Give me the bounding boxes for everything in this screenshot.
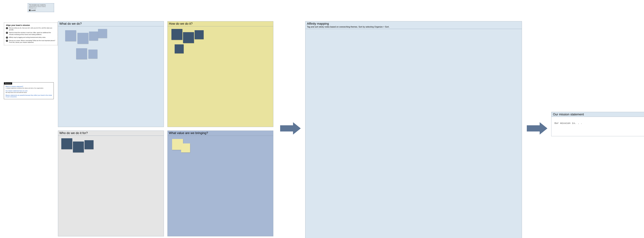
resource-subtext: A mission statement combines the values … [6, 87, 52, 89]
sticky-note[interactable] [76, 48, 87, 59]
sticky-note[interactable] [172, 29, 182, 40]
sticky-note[interactable] [89, 31, 98, 40]
quadrant-what-value[interactable]: What value are we bringing? [168, 131, 273, 236]
sticky-note[interactable] [73, 142, 84, 152]
affinity-mapping-panel[interactable]: Affinity mapping Tag and sort sticky not… [305, 21, 522, 238]
resource-link[interactable]: What is a mission statement? [6, 86, 52, 87]
step-number-icon: 3 [6, 36, 8, 39]
mission-title: Our mission statement [552, 112, 644, 117]
instruction-step: 2 Spend at least five minutes in each bo… [6, 32, 56, 35]
step-text: Discuss as a team: What is resonating? W… [9, 40, 56, 43]
instructions-title: Align your team's mission [6, 24, 56, 26]
step-text: Affinity map by tagging and sorting brai… [9, 36, 46, 38]
sticky-note[interactable] [98, 29, 107, 38]
affinity-title: Affinity mapping [307, 22, 520, 25]
resources-card: Resources What is a mission statement? A… [4, 82, 54, 99]
sticky-note[interactable] [88, 49, 97, 58]
quadrant-who-do-we-do-it-for[interactable]: Who do we do it for? [58, 131, 164, 236]
attr-line: Whereat us at [29, 7, 53, 9]
sticky-note[interactable] [181, 143, 190, 152]
quadrant-how-do-we-do-it[interactable]: How do we do it? [168, 21, 273, 127]
resource-item: Our mission statement here at Lucid: We … [6, 90, 52, 93]
lucid-logo-icon [29, 9, 30, 11]
instruction-step: 4 Discuss as a team: What is resonating?… [6, 40, 56, 43]
attr-line: This template was created by [29, 4, 53, 6]
resource-item: Mission statements are powerful because … [6, 94, 52, 97]
sticky-note[interactable] [194, 30, 204, 39]
affinity-subtitle: Tag and sort sticky notes based on overa… [307, 25, 520, 29]
template-attribution-card: This template was created by Whiteboards… [28, 3, 54, 12]
sticky-note[interactable] [78, 33, 88, 44]
quadrant-title: Who do we do it for? [58, 131, 164, 136]
step-number-icon: 4 [6, 40, 8, 42]
step-text: Spend at least five minutes in each box.… [9, 32, 56, 35]
sticky-note[interactable] [175, 44, 184, 53]
step-number-icon: 1 [6, 27, 8, 29]
sticky-note[interactable] [183, 32, 194, 43]
lucid-logo-text: Lucid [31, 9, 36, 11]
mission-body-text[interactable]: Our mission is. . . [552, 117, 644, 136]
quadrant-title: What value are we bringing? [168, 131, 273, 136]
sticky-note[interactable] [61, 138, 72, 149]
step-text: Discuss what you do, how you do it, who … [9, 27, 56, 31]
quadrant-title: How do we do it? [168, 21, 273, 26]
resource-link[interactable]: Mission statements are powerful because … [6, 94, 52, 97]
lucid-logo: Lucid [29, 9, 53, 11]
resource-subtext: We help teams see and build the future. [6, 92, 52, 93]
sticky-note[interactable] [65, 30, 76, 41]
sticky-note[interactable] [84, 140, 94, 149]
instruction-step: 3 Affinity map by tagging and sorting br… [6, 36, 56, 39]
attr-line: Whiteboards by various creators, [29, 6, 53, 7]
quadrant-title: What do we do? [58, 21, 164, 26]
instruction-step: 1 Discuss what you do, how you do it, wh… [6, 27, 56, 31]
resource-item: What is a mission statement? A mission s… [6, 86, 52, 89]
step-number-icon: 2 [6, 32, 8, 34]
mission-statement-panel[interactable]: Our mission statement Our mission is. . … [551, 112, 644, 136]
quadrant-what-do-we-do[interactable]: What do we do? [58, 21, 164, 127]
resource-link[interactable]: Our mission statement here at Lucid: [6, 90, 52, 92]
instructions-panel: Align your team's mission 1 Discuss what… [4, 22, 58, 45]
resources-tab-label: Resources [4, 82, 12, 84]
